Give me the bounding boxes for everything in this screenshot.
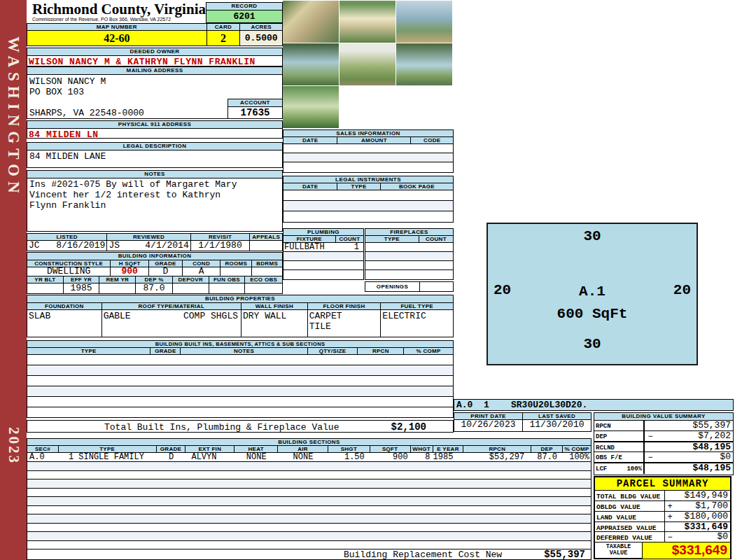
taxable-value: $331,649 [643, 542, 730, 559]
legal-col-type: TYPE [337, 183, 381, 190]
bvs-row-value: $0 [656, 452, 733, 462]
empty-row [27, 376, 453, 386]
year-county-sidebar: WASHINGTON 2023 [0, 0, 27, 560]
ps-row-label: APPRAISED VALUE [595, 522, 665, 531]
empty-row [284, 261, 363, 270]
property-photo-shed[interactable] [283, 1, 339, 43]
empty-row [365, 252, 453, 261]
reviewed-cell: JS 4/1/2014 [107, 241, 190, 251]
taxable-value-label: TAXABLE VALUE [595, 542, 643, 559]
sketch-top-dimension: 30 [488, 228, 696, 244]
built-ins-total-label: Total Built Ins, Plumbing & Fireplace Va… [104, 422, 339, 433]
empty-row [27, 489, 591, 498]
notes-label: NOTES [27, 171, 282, 178]
building-properties-label: BUILDING PROPERTIES [27, 295, 453, 303]
plumbing-count-value: 1 [336, 243, 363, 251]
acres-label: ACRES [240, 24, 282, 31]
bvs-row-label: OBS F/E [594, 452, 643, 462]
print-saved-table: PRINT DATE LAST SAVED 10/26/2023 11/30/2… [454, 412, 592, 432]
bvs-row-sign [643, 463, 656, 474]
wall-finish-label: WALL FINISH [241, 303, 308, 310]
eco-obs-value [245, 284, 282, 293]
bvs-row-obs: OBS F/E − $0 [594, 452, 733, 463]
property-photo-house-yard[interactable] [283, 86, 339, 128]
reviewed-date: 4/1/2014 [145, 241, 188, 251]
empty-row [284, 201, 453, 211]
wall-finish-value: DRY WALL [241, 310, 308, 337]
last-saved-value: 11/30/2010 [523, 420, 591, 431]
built-ins-col-notes: NOTES [181, 348, 307, 355]
built-ins-table: BUILDING BUILT INS, BASEMENTS, ATTICS & … [27, 340, 454, 418]
sketch-right-dimension: 20 [673, 282, 691, 298]
empty-row [27, 532, 591, 541]
record-box: RECORD 6201 [206, 2, 283, 23]
plumbing-label: PLUMBING [284, 229, 363, 236]
ps-row-total-bldg: TOTAL BLDG VALUE $149,949 [595, 491, 730, 501]
sketch-section-id: A.1 [488, 284, 696, 300]
bs-heat: NONE [234, 453, 278, 461]
property-photo-house-side[interactable] [396, 43, 452, 85]
sales-information-label: SALES INFORMATION [284, 130, 453, 137]
property-photo-house-front[interactable] [340, 1, 396, 43]
card-label: CARD [207, 24, 241, 31]
openings-row: OPENINGS [365, 281, 454, 292]
hsqft-value: 900 [111, 267, 149, 276]
reviewed-by: JS [108, 241, 120, 251]
notes-line-1: Ins #2021-075 By will of Margaret Mary [29, 179, 282, 190]
bvs-row-sign [643, 421, 656, 430]
empty-row [27, 386, 453, 397]
openings-label: OPENINGS [365, 281, 420, 292]
built-ins-label: BUILDING BUILT INS, BASEMENTS, ATTICS & … [27, 341, 453, 348]
foundation-value: SLAB [27, 310, 102, 337]
property-photo-dock[interactable] [396, 1, 452, 43]
fuel-type-label: FUEL TYPE [381, 303, 453, 310]
bs-eyear: 1985 [433, 453, 464, 461]
notes-box: NOTES Ins #2021-075 By will of Margaret … [27, 170, 283, 232]
empty-row [284, 162, 453, 172]
physical-address-label: PHYSICAL 911 ADDRESS [27, 121, 282, 129]
sidebar-year-label: 2023 [5, 427, 22, 465]
empty-row [27, 497, 591, 506]
map-card-acres-table: MAP NUMBER CARD ACRES 42-60 2 0.5000 [27, 23, 283, 46]
roof-type-value: GABLE [104, 311, 131, 321]
built-ins-col-rpcn: RPCN [358, 348, 404, 355]
account-box: ACCOUNT 17635 [227, 99, 283, 119]
card-number-value: 2 [207, 31, 241, 46]
plumbing-fixture-value: FULLBATH [284, 243, 336, 251]
county-subtitle: Commissioner of the Revenue, PO Box 366,… [32, 17, 171, 22]
roof-material-value: COMP SHGLS [183, 311, 238, 321]
fireplaces-label: FIREPLACES [365, 229, 453, 236]
mailing-line-2: PO BOX 103 [29, 87, 282, 97]
building-properties-table: BUILDING PROPERTIES FOUNDATION ROOF TYPE… [27, 295, 454, 337]
bvs-row-label: DEP [594, 431, 643, 441]
empty-row [365, 243, 453, 252]
acres-value: 0.5000 [240, 31, 282, 46]
bvs-row-value: $7,202 [656, 431, 733, 441]
building-sections-table: BUILDING SECTIONS SEC# TYPE GRADE EXT FI… [27, 438, 592, 549]
ps-row-value: $180,000 [675, 512, 730, 522]
empty-row [27, 397, 453, 407]
legal-instruments-table: LEGAL INSTRUMENTS DATE TYPE BOOK PAGE [283, 176, 454, 223]
fireplaces-col-count: COUNT [419, 236, 453, 243]
appeals-value [250, 241, 282, 251]
property-photo-path[interactable] [340, 43, 396, 85]
built-ins-total-value: $2,100 [391, 421, 426, 433]
taxable-label-line2: VALUE [595, 550, 642, 556]
ps-row-label: LAND VALUE [595, 512, 665, 522]
eff-yr-value: 1985 [64, 284, 100, 293]
floor-finish-label: FLOOR FINISH [308, 303, 382, 310]
building-section-row: A.0 1 SINGLE FAMILY D ALVYN NONE NONE 1.… [27, 453, 591, 462]
foundation-label: FOUNDATION [27, 303, 102, 310]
rem-yr-label: REM YR [99, 276, 136, 284]
mailing-line-1: WILSON NANCY M [29, 76, 282, 87]
legal-instruments-label: LEGAL INSTRUMENTS [284, 176, 453, 183]
ps-row-sign: + [665, 501, 675, 511]
bs-shgt: 1.50 [328, 453, 370, 461]
empty-row [284, 270, 363, 279]
property-photo-house-rear[interactable] [283, 43, 339, 85]
bdrms-label: BDRMS [252, 260, 282, 267]
listed-date: 8/16/2019 [56, 241, 105, 251]
empty-row [27, 471, 591, 480]
rooms-value [220, 267, 252, 276]
ps-row-obldg: OBLDG VALUE + $1,700 [595, 501, 730, 512]
